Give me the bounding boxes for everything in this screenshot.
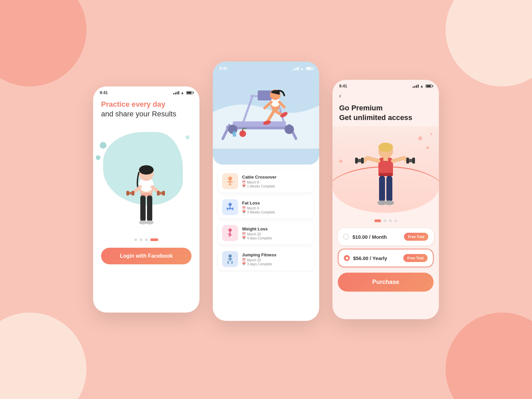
status-bar-3: 9:41 ▲ — [332, 80, 439, 90]
workout-name: Cable Crossover — [242, 175, 310, 180]
workout-name: Jumping Fitness — [242, 252, 310, 257]
svg-rect-18 — [233, 121, 286, 127]
workout-date: March 20 — [247, 232, 261, 236]
woman-dumbbell-illustration — [120, 135, 173, 235]
workout-progress-row: 📅 3 days Complete — [242, 262, 310, 266]
hero-section: Practice every day and share your Result… — [93, 96, 200, 119]
bg-shape-top-right — [446, 0, 532, 86]
svg-rect-48 — [232, 207, 233, 210]
deco-dot-3 — [430, 133, 432, 135]
svg-point-53 — [228, 254, 232, 258]
hero-treadmill: 9:41 ▲ — [213, 62, 319, 165]
svg-rect-11 — [132, 191, 134, 196]
radio-monthly — [343, 234, 349, 240]
workout-icon-weight — [222, 225, 238, 241]
calendar-icon: 📅 — [242, 262, 246, 266]
clock-icon: ⏰ — [242, 206, 246, 210]
svg-rect-3 — [147, 195, 152, 222]
pricing-section: $10.00 / Month Free Trial $56.00 / Yearl… — [332, 225, 439, 270]
battery-icon-3 — [426, 84, 432, 88]
svg-rect-15 — [162, 191, 165, 196]
workout-name: Weight Loss — [242, 226, 310, 231]
svg-point-5 — [146, 220, 154, 224]
calendar-icon: 📅 — [242, 185, 246, 188]
workout-info-fat: Fat Loss ⏰ March 9 📅 3 Weeks Complete — [242, 200, 310, 214]
workout-meta: ⏰ March 20 📅 4 days Complete — [242, 232, 310, 240]
workout-icon-cable — [222, 173, 238, 189]
svg-point-57 — [378, 143, 393, 152]
svg-rect-65 — [355, 158, 358, 164]
svg-point-7 — [139, 165, 154, 175]
pricing-card-monthly[interactable]: $10.00 / Month Free Trial — [338, 228, 434, 245]
status-bar-1: 9:41 ▲ — [93, 86, 200, 96]
status-icons-2: ▲ — [293, 66, 313, 70]
list-item[interactable]: Jumping Fitness ⏰ March 20 📅 3 days Comp… — [218, 248, 314, 270]
premium-illustration — [332, 126, 439, 213]
status-icons-1: ▲ — [173, 91, 193, 95]
deco-dot-2 — [426, 146, 429, 149]
illustration-area — [93, 122, 200, 235]
workout-name: Fat Loss — [242, 200, 310, 205]
workout-progress: 1 Weeks Complete — [247, 185, 275, 188]
free-trial-badge-yearly[interactable]: Free Trial — [403, 254, 428, 262]
list-item[interactable]: Cable Crossover ⏰ March 8 📅 1 Weeks Comp… — [218, 170, 314, 193]
svg-line-33 — [265, 102, 271, 108]
calendar-icon: 📅 — [242, 210, 246, 214]
svg-point-74 — [385, 200, 394, 205]
facebook-login-button[interactable]: Login with Facebook — [101, 248, 192, 264]
blob-small-1 — [100, 142, 106, 149]
svg-line-52 — [229, 235, 231, 236]
dots-indicator-3 — [332, 216, 439, 225]
dot-1 — [134, 238, 137, 241]
clock-icon: ⏰ — [242, 181, 246, 184]
bg-shape-bottom-right — [446, 313, 532, 399]
list-item[interactable]: Fat Loss ⏰ March 9 📅 3 Weeks Complete — [218, 196, 314, 218]
treadmill-svg — [213, 72, 319, 149]
signal-icon-3 — [413, 84, 419, 88]
free-trial-badge-monthly[interactable]: Free Trial — [404, 233, 428, 241]
premium-heading: Go Premium Get unlimited access — [339, 103, 432, 122]
workout-date-row: ⏰ March 9 — [242, 206, 310, 210]
svg-point-40 — [228, 177, 232, 181]
workout-info-weight: Weight Loss ⏰ March 20 📅 4 days Complete — [242, 226, 310, 240]
svg-rect-2 — [140, 195, 146, 222]
bg-shape-top-left — [0, 0, 86, 86]
battery-icon-2 — [306, 67, 313, 70]
workout-info-jump: Jumping Fitness ⏰ March 20 📅 3 days Comp… — [242, 252, 310, 266]
workout-progress-row: 📅 3 Weeks Complete — [242, 210, 310, 214]
status-bar-2: 9:41 ▲ — [213, 62, 319, 72]
workout-date: March 20 — [247, 258, 261, 262]
workout-date: March 8 — [247, 181, 259, 184]
time-1: 9:41 — [100, 90, 108, 95]
premium-heading-line2: Get unlimited access — [339, 113, 412, 122]
radio-yearly — [344, 255, 350, 261]
dots-indicator-1 — [93, 235, 200, 244]
dot-premium-2 — [384, 219, 386, 222]
svg-rect-70 — [378, 173, 393, 176]
svg-rect-68 — [406, 158, 409, 164]
workout-progress: 3 days Complete — [247, 262, 272, 266]
calendar-icon: 📅 — [242, 236, 246, 240]
pricing-card-yearly[interactable]: $56.00 / Yearly Free Trial — [338, 249, 434, 267]
workout-progress: 3 Weeks Complete — [247, 210, 275, 214]
list-item[interactable]: Weight Loss ⏰ March 20 📅 4 days Complete — [218, 222, 314, 244]
dot-premium-3 — [389, 219, 392, 222]
tagline-accent: Practice every day — [101, 100, 192, 109]
pricing-label-yearly: $56.00 / Yearly — [353, 255, 387, 261]
workout-progress-row: 📅 1 Weeks Complete — [242, 185, 310, 188]
purchase-button[interactable]: Purchase — [338, 273, 434, 292]
blob-small-2 — [96, 155, 100, 160]
svg-rect-59 — [383, 158, 388, 161]
workout-date-row: ⏰ March 20 — [242, 258, 310, 262]
phone-onboarding: 9:41 ▲ Practice every day and share your… — [93, 86, 200, 313]
time-3: 9:41 — [339, 84, 347, 88]
back-button[interactable]: ‹ — [332, 90, 439, 102]
svg-rect-69 — [412, 158, 415, 164]
dot-premium-4 — [394, 219, 397, 222]
treadmill-illustration — [213, 72, 319, 152]
premium-title: Go Premium Get unlimited access — [332, 102, 439, 126]
svg-rect-14 — [157, 191, 160, 196]
deco-dot-4 — [339, 160, 342, 163]
workout-progress: 4 days Complete — [247, 236, 272, 240]
workout-date: March 9 — [247, 206, 259, 210]
